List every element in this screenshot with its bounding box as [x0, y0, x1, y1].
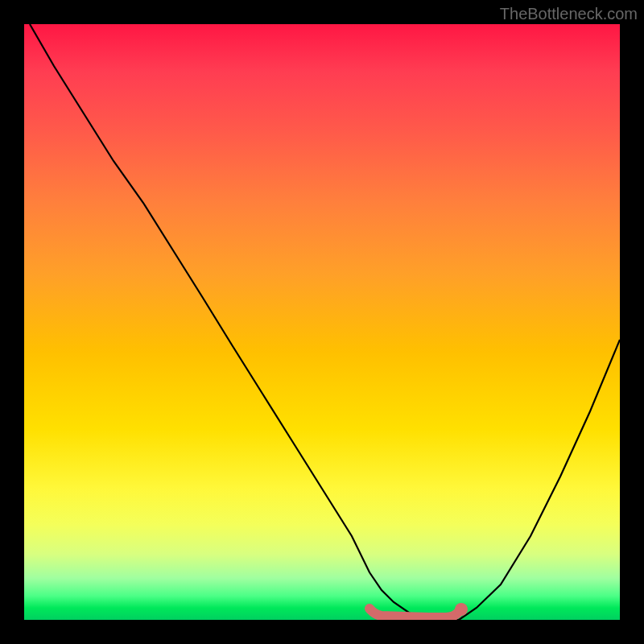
- chart-frame: TheBottleneck.com: [0, 0, 644, 644]
- chart-svg: [24, 24, 620, 620]
- bottleneck-curve: [30, 24, 620, 620]
- plot-area: [24, 24, 620, 620]
- highlight-band: [369, 609, 459, 617]
- watermark: TheBottleneck.com: [500, 5, 638, 23]
- highlight-end-dot: [455, 603, 468, 616]
